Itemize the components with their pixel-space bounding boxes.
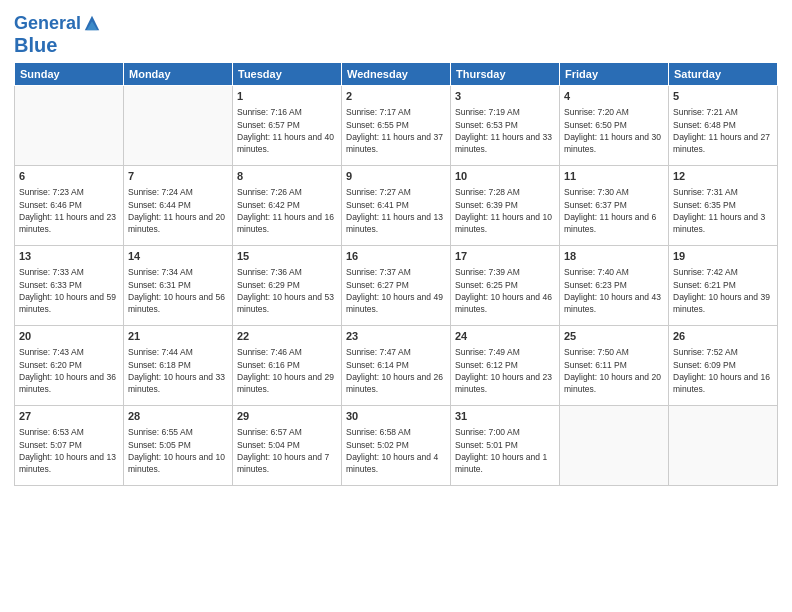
calendar-cell: 8Sunrise: 7:26 AM Sunset: 6:42 PM Daylig… [233, 165, 342, 245]
calendar-cell: 22Sunrise: 7:46 AM Sunset: 6:16 PM Dayli… [233, 325, 342, 405]
day-info: Sunrise: 7:30 AM Sunset: 6:37 PM Dayligh… [564, 186, 664, 235]
day-number: 9 [346, 169, 446, 184]
calendar-cell: 14Sunrise: 7:34 AM Sunset: 6:31 PM Dayli… [124, 245, 233, 325]
weekday-header-wednesday: Wednesday [342, 62, 451, 85]
day-info: Sunrise: 6:55 AM Sunset: 5:05 PM Dayligh… [128, 426, 228, 475]
day-number: 10 [455, 169, 555, 184]
day-info: Sunrise: 7:43 AM Sunset: 6:20 PM Dayligh… [19, 346, 119, 395]
calendar-cell: 4Sunrise: 7:20 AM Sunset: 6:50 PM Daylig… [560, 85, 669, 165]
weekday-header-saturday: Saturday [669, 62, 778, 85]
calendar-cell: 20Sunrise: 7:43 AM Sunset: 6:20 PM Dayli… [15, 325, 124, 405]
week-row-5: 27Sunrise: 6:53 AM Sunset: 5:07 PM Dayli… [15, 405, 778, 485]
day-number: 3 [455, 89, 555, 104]
logo-text: General [14, 14, 81, 34]
day-number: 31 [455, 409, 555, 424]
calendar-cell: 15Sunrise: 7:36 AM Sunset: 6:29 PM Dayli… [233, 245, 342, 325]
calendar-cell: 6Sunrise: 7:23 AM Sunset: 6:46 PM Daylig… [15, 165, 124, 245]
calendar-cell: 17Sunrise: 7:39 AM Sunset: 6:25 PM Dayli… [451, 245, 560, 325]
day-info: Sunrise: 7:49 AM Sunset: 6:12 PM Dayligh… [455, 346, 555, 395]
calendar-cell: 11Sunrise: 7:30 AM Sunset: 6:37 PM Dayli… [560, 165, 669, 245]
day-info: Sunrise: 7:39 AM Sunset: 6:25 PM Dayligh… [455, 266, 555, 315]
calendar-cell: 7Sunrise: 7:24 AM Sunset: 6:44 PM Daylig… [124, 165, 233, 245]
day-info: Sunrise: 7:42 AM Sunset: 6:21 PM Dayligh… [673, 266, 773, 315]
day-number: 21 [128, 329, 228, 344]
weekday-header-row: SundayMondayTuesdayWednesdayThursdayFrid… [15, 62, 778, 85]
week-row-3: 13Sunrise: 7:33 AM Sunset: 6:33 PM Dayli… [15, 245, 778, 325]
weekday-header-sunday: Sunday [15, 62, 124, 85]
day-number: 18 [564, 249, 664, 264]
calendar-cell: 25Sunrise: 7:50 AM Sunset: 6:11 PM Dayli… [560, 325, 669, 405]
day-number: 23 [346, 329, 446, 344]
weekday-header-thursday: Thursday [451, 62, 560, 85]
week-row-1: 1Sunrise: 7:16 AM Sunset: 6:57 PM Daylig… [15, 85, 778, 165]
day-info: Sunrise: 7:40 AM Sunset: 6:23 PM Dayligh… [564, 266, 664, 315]
weekday-header-tuesday: Tuesday [233, 62, 342, 85]
calendar-cell: 27Sunrise: 6:53 AM Sunset: 5:07 PM Dayli… [15, 405, 124, 485]
calendar-cell: 19Sunrise: 7:42 AM Sunset: 6:21 PM Dayli… [669, 245, 778, 325]
weekday-header-friday: Friday [560, 62, 669, 85]
calendar-cell: 23Sunrise: 7:47 AM Sunset: 6:14 PM Dayli… [342, 325, 451, 405]
calendar-cell: 1Sunrise: 7:16 AM Sunset: 6:57 PM Daylig… [233, 85, 342, 165]
day-info: Sunrise: 7:27 AM Sunset: 6:41 PM Dayligh… [346, 186, 446, 235]
day-info: Sunrise: 7:16 AM Sunset: 6:57 PM Dayligh… [237, 106, 337, 155]
day-info: Sunrise: 6:58 AM Sunset: 5:02 PM Dayligh… [346, 426, 446, 475]
calendar-table: SundayMondayTuesdayWednesdayThursdayFrid… [14, 62, 778, 486]
day-number: 4 [564, 89, 664, 104]
week-row-4: 20Sunrise: 7:43 AM Sunset: 6:20 PM Dayli… [15, 325, 778, 405]
day-number: 25 [564, 329, 664, 344]
day-info: Sunrise: 7:19 AM Sunset: 6:53 PM Dayligh… [455, 106, 555, 155]
calendar-cell: 3Sunrise: 7:19 AM Sunset: 6:53 PM Daylig… [451, 85, 560, 165]
day-number: 17 [455, 249, 555, 264]
day-number: 14 [128, 249, 228, 264]
day-number: 30 [346, 409, 446, 424]
calendar-cell: 29Sunrise: 6:57 AM Sunset: 5:04 PM Dayli… [233, 405, 342, 485]
day-number: 26 [673, 329, 773, 344]
calendar-cell: 5Sunrise: 7:21 AM Sunset: 6:48 PM Daylig… [669, 85, 778, 165]
calendar-cell: 13Sunrise: 7:33 AM Sunset: 6:33 PM Dayli… [15, 245, 124, 325]
day-number: 11 [564, 169, 664, 184]
calendar-cell [15, 85, 124, 165]
day-info: Sunrise: 7:50 AM Sunset: 6:11 PM Dayligh… [564, 346, 664, 395]
calendar-cell [124, 85, 233, 165]
day-info: Sunrise: 7:21 AM Sunset: 6:48 PM Dayligh… [673, 106, 773, 155]
calendar-cell: 28Sunrise: 6:55 AM Sunset: 5:05 PM Dayli… [124, 405, 233, 485]
day-number: 24 [455, 329, 555, 344]
day-info: Sunrise: 7:36 AM Sunset: 6:29 PM Dayligh… [237, 266, 337, 315]
calendar-cell [669, 405, 778, 485]
day-number: 8 [237, 169, 337, 184]
day-info: Sunrise: 7:44 AM Sunset: 6:18 PM Dayligh… [128, 346, 228, 395]
day-number: 7 [128, 169, 228, 184]
day-number: 27 [19, 409, 119, 424]
day-info: Sunrise: 7:46 AM Sunset: 6:16 PM Dayligh… [237, 346, 337, 395]
day-number: 19 [673, 249, 773, 264]
day-info: Sunrise: 6:53 AM Sunset: 5:07 PM Dayligh… [19, 426, 119, 475]
calendar-cell: 18Sunrise: 7:40 AM Sunset: 6:23 PM Dayli… [560, 245, 669, 325]
day-info: Sunrise: 7:52 AM Sunset: 6:09 PM Dayligh… [673, 346, 773, 395]
day-number: 12 [673, 169, 773, 184]
logo-icon [83, 14, 101, 32]
day-info: Sunrise: 7:47 AM Sunset: 6:14 PM Dayligh… [346, 346, 446, 395]
day-number: 1 [237, 89, 337, 104]
logo: General Blue [14, 14, 101, 56]
day-info: Sunrise: 7:26 AM Sunset: 6:42 PM Dayligh… [237, 186, 337, 235]
calendar-cell: 16Sunrise: 7:37 AM Sunset: 6:27 PM Dayli… [342, 245, 451, 325]
calendar-cell: 10Sunrise: 7:28 AM Sunset: 6:39 PM Dayli… [451, 165, 560, 245]
calendar-cell [560, 405, 669, 485]
day-info: Sunrise: 7:31 AM Sunset: 6:35 PM Dayligh… [673, 186, 773, 235]
day-number: 5 [673, 89, 773, 104]
day-info: Sunrise: 6:57 AM Sunset: 5:04 PM Dayligh… [237, 426, 337, 475]
page-header: General Blue [14, 10, 778, 56]
day-info: Sunrise: 7:20 AM Sunset: 6:50 PM Dayligh… [564, 106, 664, 155]
day-number: 29 [237, 409, 337, 424]
calendar-cell: 21Sunrise: 7:44 AM Sunset: 6:18 PM Dayli… [124, 325, 233, 405]
weekday-header-monday: Monday [124, 62, 233, 85]
calendar-cell: 31Sunrise: 7:00 AM Sunset: 5:01 PM Dayli… [451, 405, 560, 485]
day-info: Sunrise: 7:24 AM Sunset: 6:44 PM Dayligh… [128, 186, 228, 235]
calendar-cell: 24Sunrise: 7:49 AM Sunset: 6:12 PM Dayli… [451, 325, 560, 405]
day-info: Sunrise: 7:37 AM Sunset: 6:27 PM Dayligh… [346, 266, 446, 315]
day-number: 2 [346, 89, 446, 104]
day-number: 6 [19, 169, 119, 184]
day-number: 16 [346, 249, 446, 264]
calendar-cell: 12Sunrise: 7:31 AM Sunset: 6:35 PM Dayli… [669, 165, 778, 245]
calendar-cell: 2Sunrise: 7:17 AM Sunset: 6:55 PM Daylig… [342, 85, 451, 165]
